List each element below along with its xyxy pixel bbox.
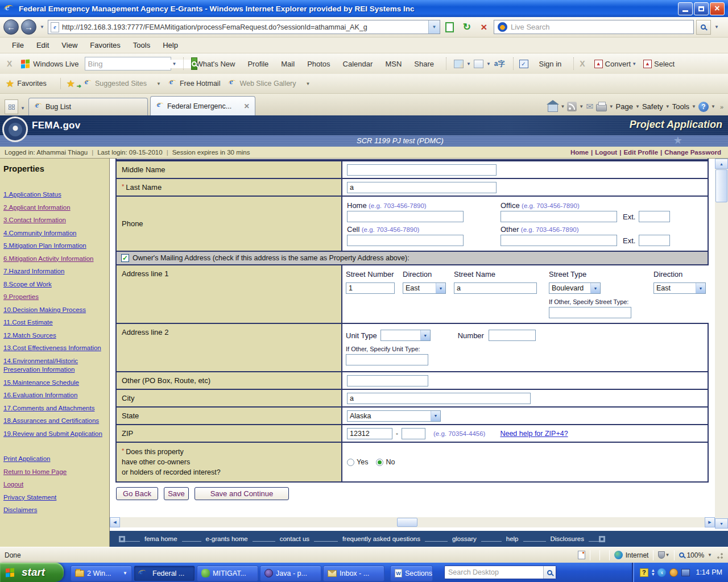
live-msn-link[interactable]: MSN <box>379 60 408 68</box>
office-ext-input[interactable] <box>639 211 670 222</box>
live-photos-link[interactable]: Photos <box>301 60 336 68</box>
zoom-dropdown-icon[interactable]: ▼ <box>708 552 712 558</box>
safety-dropdown-icon[interactable]: ▼ <box>665 104 670 109</box>
other-po-input[interactable] <box>347 375 428 386</box>
restore-button[interactable] <box>694 2 709 15</box>
favorites-button[interactable]: Favorites <box>17 80 46 88</box>
web-slice-gallery-link[interactable]: Web Slice Gallery <box>239 80 296 88</box>
free-hotmail-link[interactable]: Free Hotmail <box>180 80 221 88</box>
sidebar-item-environmental-historic[interactable]: 14.Environmental/Historic Preservation I… <box>3 357 105 375</box>
close-button[interactable]: × <box>710 2 725 15</box>
tab-federal-emergency[interactable]: Federal Emergenc... ✕ <box>150 96 255 115</box>
back-button[interactable]: ← <box>3 19 19 35</box>
sidebar-item-mitigation-plan-information[interactable]: 5.Mitigation Plan Information <box>3 242 105 251</box>
toolbar-close-icon[interactable]: X <box>7 59 12 68</box>
feeds-icon[interactable] <box>567 102 577 111</box>
street-type-select[interactable]: Boulevard▼ <box>549 282 601 294</box>
if-other-unit-type-input[interactable] <box>346 354 428 365</box>
menu-file[interactable]: File <box>6 41 30 49</box>
go-back-button[interactable]: Go Back <box>116 487 158 500</box>
tools-menu[interactable]: Tools <box>672 102 689 111</box>
question-tray-icon[interactable]: ? <box>640 568 648 577</box>
change-password-link[interactable]: Change Password <box>662 149 723 156</box>
url-dropdown-icon[interactable]: ▼ <box>428 20 440 34</box>
live-calendar-link[interactable]: Calendar <box>337 60 379 68</box>
taskbar-group-windows[interactable]: 2 Win... ▼ <box>71 566 132 581</box>
footer-contact-us-link[interactable]: contact us <box>275 535 314 542</box>
photos-tool-icon[interactable] <box>454 60 464 68</box>
taskbar-java-app[interactable]: Java - p... <box>260 566 321 581</box>
coowners-yes-radio[interactable] <box>347 459 354 466</box>
taskbar-inbox[interactable]: Inbox - ... <box>323 566 384 581</box>
layout-dropdown-icon[interactable]: ▼ <box>485 61 492 66</box>
menu-view[interactable]: View <box>55 41 84 49</box>
sidebar-item-applicant-information[interactable]: 2.Applicant Information <box>3 203 105 213</box>
sidebar-privacy-statement-link[interactable]: Privacy Statement <box>3 493 105 502</box>
sidebar-item-scope-of-work[interactable]: 8.Scope of Work <box>3 280 105 289</box>
minimize-button[interactable] <box>678 2 693 15</box>
sidebar-item-application-status[interactable]: 1.Application Status <box>3 190 105 199</box>
sidebar-item-community-information[interactable]: 4.Community Information <box>3 229 105 238</box>
page-dropdown-icon[interactable]: ▼ <box>635 104 640 109</box>
live-search-input[interactable] <box>511 23 690 31</box>
home-dropdown-icon[interactable]: ▼ <box>560 104 565 109</box>
footer-egrants-home-link[interactable]: e-grants home <box>201 535 253 542</box>
sidebar-item-cost-effectiveness-information[interactable]: 13.Cost Effectiveness Information <box>3 344 105 353</box>
sidebar-return-home-link[interactable]: Return to Home Page <box>3 468 105 477</box>
overflow-chevron-icon[interactable]: » <box>720 103 723 110</box>
sidebar-item-cost-estimate[interactable]: 11.Cost Estimate <box>3 318 105 327</box>
adobe-toolbar-close-icon[interactable]: X <box>580 59 585 68</box>
sidebar-item-assurances-and-certifications[interactable]: 18.Assurances and Certifications <box>3 417 105 426</box>
bing-search-box[interactable] <box>85 57 171 70</box>
msn-tray-icon[interactable]: ‹ <box>657 568 666 577</box>
zone-dropdown-icon[interactable]: ▼ <box>665 552 669 558</box>
scroll-right-icon[interactable]: ▶ <box>705 517 715 527</box>
sidebar-item-comments-and-attachments[interactable]: 17.Comments and Attachments <box>3 404 105 413</box>
add-favorite-button[interactable]: ★➜ <box>67 78 78 90</box>
sidebar-print-application-link[interactable]: Print Application <box>3 455 105 464</box>
sidebar-item-match-sources[interactable]: 12.Match Sources <box>3 331 105 340</box>
taskbar-mitigation-app[interactable]: MITIGAT... <box>197 566 258 581</box>
url-text[interactable]: http://192.168.3.193:7777/FEMAMitigation… <box>62 23 428 31</box>
street-number-input[interactable] <box>346 282 395 294</box>
bing-dropdown-icon[interactable]: ▼ <box>171 61 178 66</box>
safety-menu[interactable]: Safety <box>642 102 663 111</box>
office-phone-input[interactable] <box>500 211 617 222</box>
zoom-level[interactable]: 100% <box>686 551 704 559</box>
url-box[interactable]: http://192.168.3.193:7777/FEMAMitigation… <box>48 20 440 34</box>
live-profile-link[interactable]: Profile <box>241 60 275 68</box>
other-phone-input[interactable] <box>500 235 617 246</box>
logout-link[interactable]: Logout <box>593 149 619 156</box>
scroll-left-icon[interactable]: ◀ <box>110 517 120 527</box>
help-dropdown-icon[interactable]: ▼ <box>711 104 715 109</box>
sidebar-item-properties[interactable]: 9.Properties <box>3 293 105 302</box>
mailing-address-checkbox[interactable] <box>121 254 129 262</box>
search-dropdown-icon[interactable]: ▼ <box>713 24 720 30</box>
other-ext-input[interactable] <box>639 235 670 246</box>
tools-dropdown-icon[interactable]: ▼ <box>692 104 696 109</box>
network-tray-icon[interactable] <box>681 569 690 576</box>
last-name-input[interactable] <box>347 182 497 193</box>
vertical-scroll-thumb[interactable] <box>715 169 727 202</box>
footer-disclosures-link[interactable]: Disclosures <box>546 535 589 542</box>
footer-fema-home-link[interactable]: fema home <box>140 535 182 542</box>
sidebar-item-review-and-submit[interactable]: 19.Review and Submit Application <box>3 430 105 439</box>
direction2-select[interactable]: East▼ <box>653 282 706 294</box>
start-button[interactable]: start <box>0 563 64 582</box>
tab-list-dropdown-icon[interactable]: ▼ <box>19 106 26 111</box>
live-search-box[interactable] <box>494 20 694 34</box>
cell-phone-input[interactable] <box>347 235 464 246</box>
menu-tools[interactable]: Tools <box>127 41 156 49</box>
if-other-street-type-input[interactable] <box>549 307 631 318</box>
middle-name-input[interactable] <box>347 164 497 176</box>
refresh-button[interactable]: ↻ <box>460 20 474 35</box>
sidebar-disclaimers-link[interactable]: Disclaimers <box>3 506 105 515</box>
footer-help-link[interactable]: help <box>502 535 523 542</box>
horizontal-scrollbar[interactable]: ◀ ▶ <box>110 517 715 527</box>
translate-icon[interactable]: a字 <box>492 59 507 69</box>
desktop-search-input[interactable] <box>445 568 543 576</box>
sidebar-item-maintenance-schedule[interactable]: 15.Maintenance Schedule <box>3 379 105 388</box>
sidebar-item-evaluation-information[interactable]: 16.Evaluation Information <box>3 391 105 400</box>
print-dropdown-icon[interactable]: ▼ <box>609 104 614 109</box>
photos-dropdown-icon[interactable]: ▼ <box>465 61 472 66</box>
